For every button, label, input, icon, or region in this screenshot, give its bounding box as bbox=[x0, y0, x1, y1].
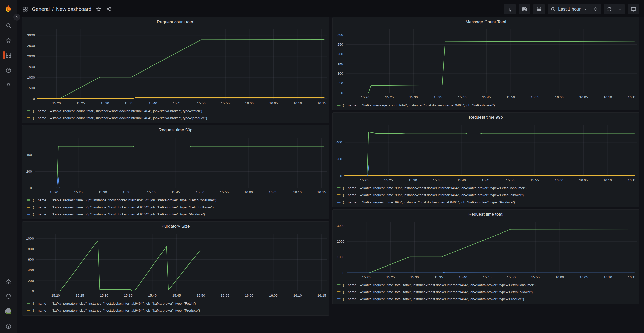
svg-text:16:15: 16:15 bbox=[317, 101, 326, 105]
svg-text:15:25: 15:25 bbox=[76, 294, 84, 297]
legend-item[interactable]: {__name__="kafka_request_count_total", i… bbox=[27, 107, 207, 114]
svg-text:15:25: 15:25 bbox=[74, 190, 83, 194]
time-series-plot[interactable]: 0200400600800100015:2015:2515:3015:3515:… bbox=[22, 222, 329, 299]
svg-text:15:25: 15:25 bbox=[386, 275, 395, 279]
legend-swatch-yellow bbox=[27, 310, 30, 311]
legend-swatch-blue bbox=[337, 298, 341, 300]
legend-item[interactable]: {__name__="kafka_purgatory_size", instan… bbox=[27, 300, 200, 307]
legend-item[interactable]: {__name__="kafka_purgatory_size", instan… bbox=[27, 307, 200, 314]
svg-text:16:15: 16:15 bbox=[317, 190, 326, 194]
svg-text:200: 200 bbox=[336, 157, 342, 161]
legend-item[interactable]: {__name__="kafka_request_time_99p", inst… bbox=[337, 184, 527, 191]
time-series-plot[interactable]: 020040015:2015:2515:3015:3515:4015:4515:… bbox=[333, 113, 639, 184]
svg-text:16:00: 16:00 bbox=[245, 101, 254, 105]
svg-text:800: 800 bbox=[28, 247, 34, 251]
legend-swatch-yellow bbox=[27, 207, 30, 208]
grafana-logo[interactable] bbox=[4, 5, 13, 14]
breadcrumb-page[interactable]: New dashboard bbox=[56, 6, 91, 12]
svg-text:1500: 1500 bbox=[27, 65, 35, 69]
sidebar-item-explore[interactable] bbox=[0, 67, 17, 73]
svg-text:15:20: 15:20 bbox=[360, 178, 368, 182]
clock-icon bbox=[551, 7, 556, 12]
svg-text:3000: 3000 bbox=[27, 33, 35, 37]
time-series-plot[interactable]: 05010015020025030015:2015:2515:3015:3515… bbox=[333, 17, 639, 101]
zoom-out-time-button[interactable] bbox=[590, 4, 601, 14]
time-series-plot[interactable]: 010002000300015:2015:2515:3015:3515:4015… bbox=[333, 210, 639, 281]
breadcrumb: General / New dashboard bbox=[22, 6, 112, 12]
sidebar-item-starred[interactable] bbox=[0, 37, 17, 44]
legend-item[interactable]: {__name__="kafka_request_time_total_tota… bbox=[337, 295, 536, 303]
time-range-picker[interactable]: Last 1 hour bbox=[548, 4, 590, 14]
legend-item[interactable]: {__name__="kafka_request_time_total_tota… bbox=[337, 281, 536, 288]
refresh-icon bbox=[607, 7, 612, 12]
cycle-view-mode-button[interactable] bbox=[628, 4, 639, 14]
legend-item[interactable]: {__name__="kafka_request_time_50p", inst… bbox=[27, 196, 216, 204]
svg-text:0: 0 bbox=[33, 97, 35, 101]
svg-text:15:30: 15:30 bbox=[99, 190, 107, 194]
svg-text:500: 500 bbox=[29, 86, 35, 90]
sidebar-item-profile[interactable] bbox=[0, 308, 17, 315]
svg-text:16:05: 16:05 bbox=[269, 101, 278, 105]
svg-text:15:35: 15:35 bbox=[123, 190, 131, 194]
sidebar-item-dashboards[interactable] bbox=[0, 52, 17, 58]
refresh-interval-dropdown[interactable] bbox=[615, 4, 625, 14]
sidebar-item-search[interactable] bbox=[0, 22, 17, 29]
svg-text:2000: 2000 bbox=[27, 54, 35, 58]
svg-text:16:00: 16:00 bbox=[555, 178, 563, 182]
share-dashboard-button[interactable] bbox=[106, 6, 112, 12]
svg-text:15:25: 15:25 bbox=[385, 95, 394, 99]
svg-text:150: 150 bbox=[337, 62, 343, 66]
dashboard-settings-button[interactable] bbox=[533, 4, 545, 14]
panel-request-time-total: Request time total 010002000300015:2015:… bbox=[332, 209, 639, 304]
svg-text:16:15: 16:15 bbox=[628, 275, 636, 279]
sidebar-item-alerting[interactable] bbox=[0, 82, 17, 88]
breadcrumb-separator: / bbox=[52, 6, 54, 12]
legend-swatch-green bbox=[337, 284, 341, 286]
legend-swatch-blue bbox=[27, 214, 30, 215]
svg-text:15:45: 15:45 bbox=[173, 101, 181, 105]
svg-text:200: 200 bbox=[28, 279, 34, 283]
legend-swatch-green bbox=[337, 187, 341, 189]
sidebar-expand-button[interactable] bbox=[13, 14, 20, 21]
refresh-button[interactable] bbox=[604, 4, 615, 14]
chevron-right-icon bbox=[15, 15, 19, 19]
legend-item[interactable]: {__name__="kafka_request_time_99p", inst… bbox=[337, 198, 527, 206]
legend-item[interactable]: {__name__="kafka_message_count_total", i… bbox=[337, 102, 495, 109]
panel-legend: {__name__="kafka_request_time_99p", inst… bbox=[337, 184, 527, 206]
svg-text:15:35: 15:35 bbox=[434, 95, 442, 99]
legend-swatch-blue bbox=[337, 202, 341, 203]
svg-text:15:20: 15:20 bbox=[52, 101, 61, 105]
svg-text:0: 0 bbox=[32, 289, 34, 293]
sidebar-item-server-admin[interactable] bbox=[0, 293, 17, 300]
time-series-plot[interactable]: 05001000150020002500300015:2015:2515:301… bbox=[22, 17, 329, 107]
legend-label: {__name__="kafka_request_count_total", i… bbox=[33, 116, 207, 120]
legend-item[interactable]: {__name__="kafka_request_time_50p", inst… bbox=[27, 204, 216, 211]
legend-item[interactable]: {__name__="kafka_request_time_99p", inst… bbox=[337, 191, 527, 198]
star-dashboard-button[interactable] bbox=[96, 6, 102, 12]
svg-text:16:10: 16:10 bbox=[293, 294, 302, 297]
svg-text:16:05: 16:05 bbox=[579, 95, 588, 99]
svg-text:15:45: 15:45 bbox=[483, 275, 491, 279]
svg-text:0: 0 bbox=[340, 174, 342, 178]
legend-item[interactable]: {__name__="kafka_request_time_50p", inst… bbox=[27, 211, 216, 218]
breadcrumb-section[interactable]: General bbox=[32, 6, 50, 12]
legend-item[interactable]: {__name__="kafka_request_count_total", i… bbox=[27, 114, 207, 121]
time-series-plot[interactable]: 020040015:2015:2515:3015:3515:4015:4515:… bbox=[22, 125, 329, 196]
legend-label: {__name__="kafka_request_time_99p", inst… bbox=[343, 193, 524, 197]
panel-legend: {__name__="kafka_request_time_total_tota… bbox=[337, 281, 536, 303]
bell-icon bbox=[5, 82, 12, 88]
svg-text:400: 400 bbox=[28, 268, 34, 272]
svg-text:15:45: 15:45 bbox=[172, 294, 181, 297]
panel-legend: {__name__="kafka_purgatory_size", instan… bbox=[27, 300, 200, 314]
add-panel-button[interactable] bbox=[504, 4, 516, 14]
svg-text:0: 0 bbox=[30, 186, 32, 190]
svg-text:15:50: 15:50 bbox=[197, 294, 205, 297]
legend-item[interactable]: {__name__="kafka_request_time_total_tota… bbox=[337, 288, 536, 295]
sidebar-item-help[interactable] bbox=[0, 323, 17, 329]
svg-text:15:30: 15:30 bbox=[101, 101, 109, 105]
sidebar-item-configuration[interactable] bbox=[0, 278, 17, 285]
panel-request-time-99p: Request time 99p 020040015:2015:2515:301… bbox=[332, 112, 639, 207]
svg-text:15:20: 15:20 bbox=[362, 275, 371, 279]
svg-text:15:20: 15:20 bbox=[50, 190, 58, 194]
save-dashboard-button[interactable] bbox=[519, 4, 530, 14]
